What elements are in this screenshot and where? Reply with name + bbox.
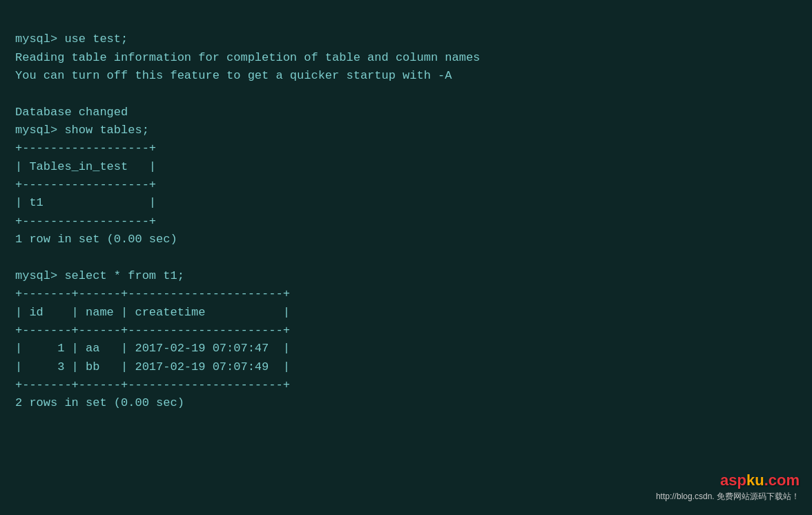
terminal-line: mysql> show tables; — [15, 122, 797, 139]
terminal-line: | 3 | bb | 2017-02-19 07:07:49 | — [15, 358, 797, 376]
terminal-line — [15, 249, 797, 266]
terminal-line: +-------+------+----------------------+ — [15, 322, 797, 340]
terminal-line: +------------------+ — [15, 213, 797, 231]
watermark-brand: aspku.com — [720, 472, 800, 489]
terminal-line — [15, 85, 797, 103]
terminal-line: | 1 | aa | 2017-02-19 07:07:47 | — [15, 340, 797, 358]
terminal-line: +-------+------+----------------------+ — [15, 285, 797, 303]
terminal-output: mysql> use test;Reading table informatio… — [0, 0, 812, 515]
terminal-line: | t1 | — [15, 194, 797, 212]
terminal-line: 2 rows in set (0.00 sec) — [15, 394, 797, 412]
terminal-line: Reading table information for completion… — [15, 49, 797, 67]
terminal-line: Database changed — [15, 104, 797, 122]
terminal-line: mysql> select * from t1; — [15, 267, 797, 285]
terminal-line: 1 row in set (0.00 sec) — [15, 231, 797, 249]
terminal-line: +------------------+ — [15, 139, 797, 157]
terminal-line: | id | name | createtime | — [15, 304, 797, 322]
terminal-line: +------------------+ — [15, 176, 797, 194]
terminal-line: mysql> use test; — [15, 30, 797, 48]
terminal-line: +-------+------+----------------------+ — [15, 376, 797, 394]
watermark: aspku.com http://blog.csdn. 免费网站源码下载站！ — [656, 472, 800, 503]
terminal-line: You can turn off this feature to get a q… — [15, 67, 797, 85]
watermark-url: http://blog.csdn. 免费网站源码下载站！ — [656, 491, 800, 503]
terminal-line: | Tables_in_test | — [15, 158, 797, 176]
